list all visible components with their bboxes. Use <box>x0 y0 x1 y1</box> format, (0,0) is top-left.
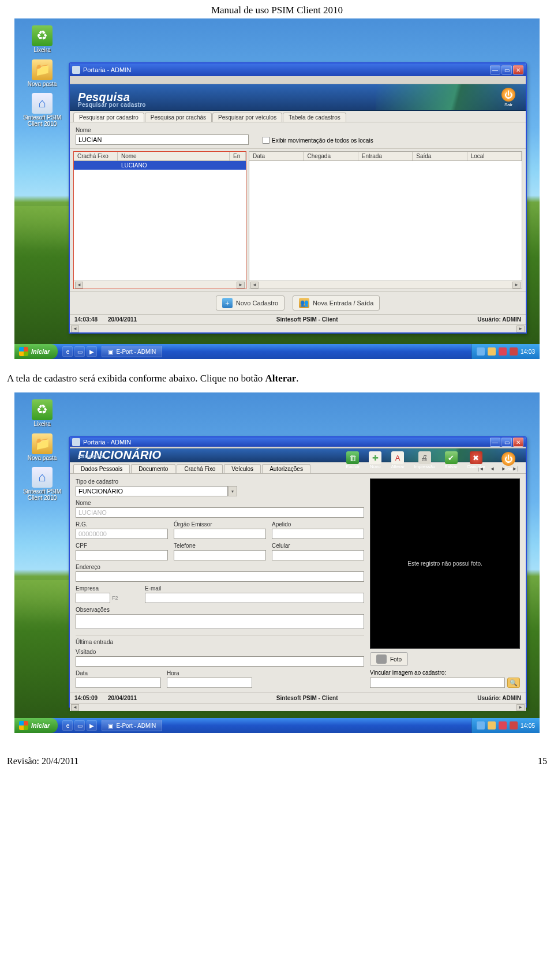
outer-scrollbar[interactable]: ◄► <box>70 324 526 332</box>
titlebar[interactable]: Portaria - ADMIN — ▭ ✕ <box>70 63 526 76</box>
orgao-field[interactable] <box>174 529 266 539</box>
hora-field[interactable] <box>167 678 252 688</box>
result-row-selected[interactable]: LUCIANO <box>74 161 246 170</box>
outer-scrollbar[interactable]: ◄► <box>70 703 526 711</box>
banner-subtitle: Pesquisar por cadastro <box>78 102 146 108</box>
desktop-icon-nova-pasta[interactable]: 📁Nova pasta <box>21 433 63 462</box>
tray-icon[interactable] <box>477 347 485 356</box>
desktop-icon-psim-client[interactable]: ⌂Sintesoft PSIM Client 2010 <box>21 467 63 501</box>
vincular-imagem-field[interactable] <box>370 678 505 688</box>
impressao-button[interactable]: 🖨Impressão <box>414 451 435 469</box>
caption-text: A tela de cadastro será exibida conforme… <box>0 365 554 392</box>
cpf-field[interactable] <box>76 550 168 560</box>
quick-desktop-icon[interactable]: ▭ <box>74 346 85 357</box>
desktop-icon-lixeira[interactable]: ♻Lixeira <box>21 25 63 54</box>
taskbar-app-button[interactable]: ▣E-Port - ADMIN <box>102 346 162 357</box>
novo-cadastro-button[interactable]: ＋Novo Cadastro <box>216 296 285 311</box>
plus-icon: ＋ <box>222 298 233 308</box>
maximize-button[interactable]: ▭ <box>501 65 512 74</box>
tab-veiculos[interactable]: Veículos <box>224 464 261 473</box>
cancel-icon: ✖ <box>470 451 482 464</box>
data-field[interactable] <box>76 678 161 688</box>
power-icon: ⏻ <box>501 452 515 466</box>
salvar-button[interactable]: ✔Salvar <box>444 451 458 469</box>
novo-button[interactable]: ✚Novo <box>369 451 381 469</box>
banner: FUNCIONÁRIO cadastro 🗑Excluir ✚Novo AAlt… <box>70 448 526 462</box>
excluir-button[interactable]: 🗑Excluir <box>346 451 360 469</box>
tray-icon[interactable] <box>499 721 507 730</box>
nova-entrada-saida-button[interactable]: 👥Nova Entrada / Saída <box>293 296 380 311</box>
quick-ie-icon[interactable]: e <box>62 346 73 357</box>
tab-documento[interactable]: Documento <box>131 464 175 473</box>
telefone-field[interactable] <box>174 550 266 560</box>
system-tray[interactable]: 14:05 <box>471 718 540 733</box>
tipo-label: Tipo de cadastro <box>76 478 237 485</box>
observacoes-field[interactable] <box>76 614 364 629</box>
quick-media-icon[interactable]: ▶ <box>87 346 97 357</box>
nome-field[interactable] <box>76 507 364 518</box>
browse-button[interactable]: 🔍 <box>507 678 520 688</box>
app-icon <box>72 438 80 446</box>
tab-dados-pessoais[interactable]: Dados Pessoais <box>73 464 130 473</box>
rg-field[interactable] <box>76 529 168 539</box>
minimize-button[interactable]: — <box>490 65 500 74</box>
quick-ie-icon[interactable]: e <box>62 720 73 731</box>
tab-cracha-fixo[interactable]: Crachá Fixo <box>177 464 223 473</box>
nome-input[interactable] <box>76 134 249 145</box>
close-button[interactable]: ✕ <box>513 65 523 74</box>
tray-shield-icon[interactable] <box>510 721 518 730</box>
visitado-field[interactable] <box>76 656 364 667</box>
edit-icon: A <box>391 451 404 464</box>
tab-autorizacoes[interactable]: Autorizações <box>262 464 310 473</box>
window-title: Portaria - ADMIN <box>83 66 131 73</box>
minimize-button[interactable]: — <box>490 437 500 447</box>
start-button[interactable]: Iniciar <box>14 718 58 733</box>
result-list-left[interactable]: Crachá Fixo Nome En LUCIANO ◄► <box>73 151 246 289</box>
nav-prev[interactable]: ◄ <box>488 465 497 473</box>
titlebar[interactable]: Portaria - ADMIN — ▭ ✕ <box>70 437 526 447</box>
chevron-down-icon[interactable]: ▾ <box>228 486 237 496</box>
tab-pesquisar-veiculos[interactable]: Pesquisar por veículos <box>212 113 282 122</box>
desktop-icon-nova-pasta[interactable]: 📁Nova pasta <box>21 59 63 88</box>
tab-tabela-cadastros[interactable]: Tabela de cadastros <box>283 113 346 122</box>
quick-media-icon[interactable]: ▶ <box>87 720 97 731</box>
maximize-button[interactable]: ▭ <box>501 437 512 447</box>
tray-icon[interactable] <box>488 721 496 730</box>
endereco-field[interactable] <box>76 571 364 582</box>
tray-icon[interactable] <box>499 347 507 356</box>
window-title: Portaria - ADMIN <box>83 439 131 446</box>
apelido-field[interactable] <box>272 529 364 539</box>
chk-exibir-movimentacao[interactable]: Exibir movimentação de todos os locais <box>263 137 373 144</box>
result-list-right[interactable]: Data Chegada Entrada Saída Local ◄► <box>249 151 522 289</box>
desktop-icon-lixeira[interactable]: ♻Lixeira <box>21 399 63 428</box>
scrollbar-h[interactable]: ◄► <box>74 280 246 289</box>
start-button[interactable]: Iniciar <box>14 344 58 359</box>
scrollbar-h[interactable]: ◄► <box>249 280 522 289</box>
windows-logo-icon <box>19 347 28 356</box>
desktop-icon-psim-client[interactable]: ⌂Sintesoft PSIM Client 2010 <box>21 93 63 127</box>
toolbar: 🗑Excluir ✚Novo AAlterar 🖨Impressão ✔Salv… <box>346 451 485 469</box>
tab-pesquisar-cadastro[interactable]: Pesquisar por cadastro <box>73 113 144 122</box>
taskbar: Iniciar e ▭ ▶ ▣E-Port - ADMIN 14:05 <box>14 718 540 733</box>
tipo-select[interactable] <box>76 486 228 496</box>
sair-button[interactable]: ⏻ Sair <box>501 452 515 472</box>
close-button[interactable]: ✕ <box>513 437 523 447</box>
app-window-funcionario: Portaria - ADMIN — ▭ ✕ FUNCIONÁRIO cadas… <box>69 436 527 708</box>
empresa-field[interactable] <box>76 593 110 603</box>
photo-viewer: Este registro não possui foto. <box>370 478 520 649</box>
tray-icon[interactable] <box>477 721 485 730</box>
tab-pesquisa-crachas[interactable]: Pesquisa por crachás <box>145 113 212 122</box>
tray-icon[interactable] <box>488 347 496 356</box>
quick-desktop-icon[interactable]: ▭ <box>74 720 85 731</box>
menubar <box>70 76 526 84</box>
cancelar-button[interactable]: ✖Cancelar <box>467 451 485 469</box>
celular-field[interactable] <box>272 550 364 560</box>
foto-button[interactable]: Foto <box>370 652 408 666</box>
alterar-button[interactable]: AAlterar <box>391 451 405 469</box>
taskbar-app-button[interactable]: ▣E-Port - ADMIN <box>102 720 162 731</box>
sair-button[interactable]: ⏻ Sair <box>501 88 515 107</box>
email-field[interactable] <box>145 593 364 603</box>
quick-launch: e ▭ ▶ <box>62 346 97 357</box>
system-tray[interactable]: 14:03 <box>471 344 540 359</box>
tray-shield-icon[interactable] <box>510 347 518 356</box>
